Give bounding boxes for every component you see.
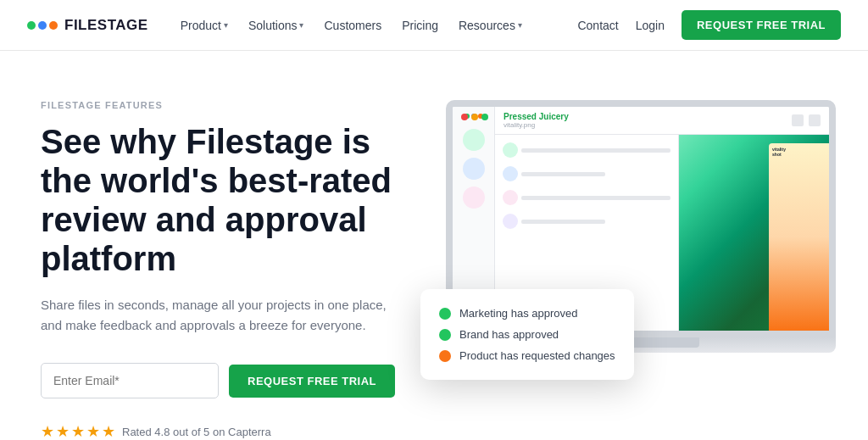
logo-dot-blue xyxy=(38,21,47,30)
chevron-down-icon: ▾ xyxy=(299,20,303,30)
approval-dot-green-1 xyxy=(439,308,451,320)
login-link[interactable]: Login xyxy=(636,19,665,32)
contact-link[interactable]: Contact xyxy=(577,19,618,32)
rating-text: Rated 4.8 out of 5 on Capterra xyxy=(122,426,271,438)
nav-right: Contact Login REQUEST FREE TRIAL xyxy=(577,10,841,40)
approval-label-2: Brand has approved xyxy=(459,328,559,341)
screen-dot-green xyxy=(481,114,488,120)
fs-brand-info: Pressed Juicery vitality.png xyxy=(504,112,569,129)
fs-filename: vitality.png xyxy=(504,121,569,129)
nav-links: Product ▾ Solutions ▾ Customers Pricing … xyxy=(172,14,531,37)
fs-toolbar xyxy=(792,114,821,126)
fs-product-overlay: vitalityshot xyxy=(769,143,829,331)
fs-file-item-4 xyxy=(500,211,673,231)
hero-right: Pressed Juicery vitality.png xyxy=(395,83,836,405)
fs-avatar-3 xyxy=(463,187,485,209)
approval-label-1: Marketing has approved xyxy=(459,307,577,320)
fs-file-line-2 xyxy=(521,172,605,176)
screen-dot-yellow xyxy=(471,114,478,120)
fs-brand: Pressed Juicery xyxy=(504,112,569,121)
fs-file-line-4 xyxy=(521,220,605,224)
star-rating: ★ ★ ★ ★ ★ xyxy=(41,422,115,440)
hero-left: FILESTAGE FEATURES See why Filestage is … xyxy=(41,92,395,440)
fs-file-item-3 xyxy=(500,187,673,208)
screen-dot-red xyxy=(461,114,468,120)
approval-card: Marketing has approved Brand has approve… xyxy=(420,289,634,380)
nav-item-solutions[interactable]: Solutions ▾ xyxy=(240,14,313,37)
fs-avatar-2 xyxy=(463,158,485,180)
logo[interactable]: FILESTAGE xyxy=(27,17,148,34)
star-5: ★ xyxy=(102,422,115,440)
fs-avatar-1 xyxy=(463,129,485,151)
fs-file-avatar-3 xyxy=(503,190,518,205)
screen-dots xyxy=(461,114,488,120)
nav-cta-button[interactable]: REQUEST FREE TRIAL xyxy=(682,10,841,40)
fs-file-avatar-1 xyxy=(503,142,518,158)
rating-row: ★ ★ ★ ★ ★ Rated 4.8 out of 5 on Capterra xyxy=(41,422,395,440)
logo-dot-orange xyxy=(49,21,58,30)
hero-cta-button[interactable]: REQUEST FREE TRIAL xyxy=(229,365,395,398)
approval-item-3: Product has requested changes xyxy=(439,345,615,366)
approval-dot-green-2 xyxy=(439,329,451,341)
star-1: ★ xyxy=(41,422,54,440)
email-input[interactable] xyxy=(41,363,219,398)
hero-title: See why Filestage is the world's best-ra… xyxy=(41,122,395,278)
star-2: ★ xyxy=(56,422,70,440)
nav-item-pricing[interactable]: Pricing xyxy=(393,14,447,37)
fs-toolbar-icon-2 xyxy=(809,114,821,126)
hero-section: FILESTAGE FEATURES See why Filestage is … xyxy=(0,51,868,440)
nav-item-resources[interactable]: Resources ▾ xyxy=(450,14,531,37)
fs-file-line-3 xyxy=(521,196,670,200)
hero-cta-row: REQUEST FREE TRIAL xyxy=(41,363,395,398)
navbar: FILESTAGE Product ▾ Solutions ▾ Customer… xyxy=(0,0,868,51)
star-4: ★ xyxy=(86,422,100,440)
fs-file-avatar-4 xyxy=(503,214,518,229)
approval-dot-orange xyxy=(439,350,451,362)
nav-item-product[interactable]: Product ▾ xyxy=(172,14,236,37)
logo-dots xyxy=(27,21,58,30)
fs-file-line-1 xyxy=(521,148,670,153)
chevron-down-icon: ▾ xyxy=(224,20,228,30)
fs-toolbar-icon-1 xyxy=(792,114,804,126)
nav-left: FILESTAGE Product ▾ Solutions ▾ Customer… xyxy=(27,14,531,37)
fs-topbar: Pressed Juicery vitality.png xyxy=(495,107,829,135)
approval-item-1: Marketing has approved xyxy=(439,303,615,324)
fs-file-item-2 xyxy=(500,164,673,184)
star-3: ★ xyxy=(71,422,85,440)
chevron-down-icon: ▾ xyxy=(518,20,522,30)
hero-label: FILESTAGE FEATURES xyxy=(41,100,395,110)
fs-file-item-1 xyxy=(500,140,673,160)
approval-label-3: Product has requested changes xyxy=(459,349,615,362)
approval-item-2: Brand has approved xyxy=(439,324,615,345)
fs-preview: vitalityshot xyxy=(679,135,829,331)
logo-text: FILESTAGE xyxy=(64,17,148,34)
fs-file-avatar-2 xyxy=(503,166,518,181)
nav-item-customers[interactable]: Customers xyxy=(315,14,390,37)
fs-product-text: vitalityshot xyxy=(769,143,829,157)
hero-desc: Share files in seconds, manage all your … xyxy=(41,295,395,336)
logo-dot-green xyxy=(27,21,36,30)
